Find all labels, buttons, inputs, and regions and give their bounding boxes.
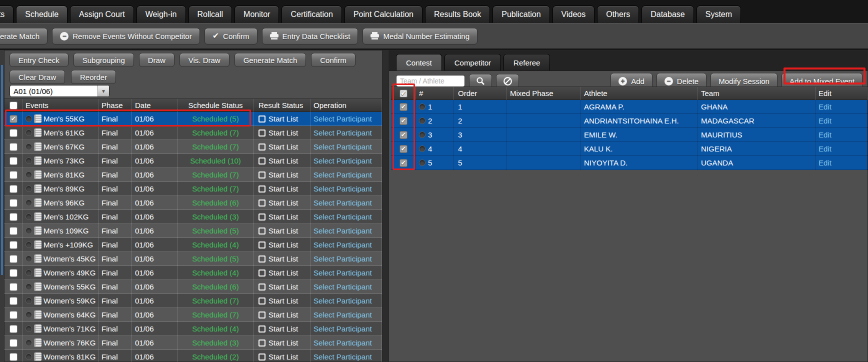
start-list-checkbox[interactable] [258, 312, 266, 318]
toolbar-button[interactable]: Entry Data Checklist [262, 28, 358, 44]
event-row[interactable]: Men's 89KG Final 01/06 Scheduled (7) Sta… [4, 182, 382, 196]
start-list-checkbox[interactable] [258, 284, 266, 290]
edit-link[interactable]: Edit [818, 130, 832, 139]
select-participant-link[interactable]: Select Participant [314, 128, 372, 137]
event-row[interactable]: Men's 55KG Final 01/06 Scheduled (5) Sta… [4, 112, 382, 126]
event-row-checkbox[interactable] [10, 199, 18, 207]
menu-tab[interactable]: Database [642, 6, 694, 23]
event-row[interactable]: Men's 73KG Final 01/06 Scheduled (10) St… [4, 154, 382, 168]
event-row[interactable]: Men's 81KG Final 01/06 Scheduled (7) Sta… [4, 168, 382, 182]
select-participant-link[interactable]: Select Participant [314, 156, 372, 165]
event-row[interactable]: Women's 59KG Final 01/06 Scheduled (7) S… [4, 294, 382, 308]
contest-row-checkbox[interactable] [400, 131, 408, 139]
left-panel-action-button[interactable]: Reorder [71, 70, 116, 84]
left-panel-tab-button[interactable]: Subgrouping [74, 53, 134, 67]
contest-row-checkbox[interactable] [400, 145, 408, 153]
event-row-checkbox[interactable] [10, 129, 18, 137]
chevron-down-icon[interactable]: ▼ [98, 86, 109, 96]
select-participant-link[interactable]: Select Participant [314, 282, 372, 291]
contest-row[interactable]: 5 5 NIYOYITA D. UGANDA Edit [391, 156, 868, 170]
select-participant-link[interactable]: Select Participant [314, 310, 372, 319]
event-row-checkbox[interactable] [10, 213, 18, 221]
select-participant-link[interactable]: Select Participant [314, 352, 372, 361]
event-row[interactable]: Women's 49KG Final 01/06 Scheduled (4) S… [4, 266, 382, 280]
right-panel-tab[interactable]: Contest [396, 54, 442, 70]
contest-row[interactable]: 4 4 KALU K. NIGERIA Edit [391, 142, 868, 156]
event-row-checkbox[interactable] [10, 339, 18, 347]
event-row-checkbox[interactable] [10, 311, 18, 319]
left-panel-tab-button[interactable]: Draw [139, 53, 174, 67]
menu-tab[interactable]: Weigh-in [136, 6, 186, 23]
select-all-contest-checkbox[interactable] [400, 90, 408, 98]
event-row-checkbox[interactable] [10, 157, 18, 165]
team-athlete-search-input[interactable] [396, 75, 465, 87]
event-row[interactable]: Men's 102KG Final 01/06 Scheduled (3) St… [4, 210, 382, 224]
right-panel-tab[interactable]: Referee [504, 54, 550, 70]
edit-link[interactable]: Edit [818, 158, 832, 167]
start-list-checkbox[interactable] [258, 172, 266, 178]
start-list-checkbox[interactable] [258, 354, 266, 360]
select-participant-link[interactable]: Select Participant [314, 240, 372, 249]
event-row[interactable]: Men's 109KG Final 01/06 Scheduled (5) St… [4, 224, 382, 238]
select-participant-link[interactable]: Select Participant [314, 114, 372, 123]
select-participant-link[interactable]: Select Participant [314, 338, 372, 347]
session-select[interactable]: A01 (01/06) ▼ [10, 85, 110, 97]
start-list-checkbox[interactable] [258, 130, 266, 136]
event-row-checkbox[interactable] [10, 241, 18, 249]
left-panel-tab-button[interactable]: Vis. Draw [180, 53, 230, 67]
event-row[interactable]: Women's 55KG Final 01/06 Scheduled (6) S… [4, 280, 382, 294]
select-participant-link[interactable]: Select Participant [314, 142, 372, 151]
start-list-checkbox[interactable] [258, 298, 266, 304]
select-participant-link[interactable]: Select Participant [314, 212, 372, 221]
left-panel-action-button[interactable]: Clear Draw [10, 70, 65, 84]
start-list-checkbox[interactable] [258, 242, 266, 248]
menu-tab[interactable]: Videos [552, 6, 595, 23]
edit-link[interactable]: Edit [818, 102, 832, 111]
contest-row[interactable]: 2 2 ANDRIANTSITOHAINA E.H. MADAGASCAR Ed… [391, 114, 868, 128]
menu-tab[interactable]: Results Book [425, 6, 490, 23]
event-row-checkbox[interactable] [10, 171, 18, 179]
menu-tab[interactable]: Others [597, 6, 639, 23]
menu-tab[interactable]: Point Calculation [344, 6, 422, 23]
start-list-checkbox[interactable] [258, 256, 266, 262]
start-list-checkbox[interactable] [258, 326, 266, 332]
menu-tab[interactable]: Rollcall [188, 6, 232, 23]
left-panel-tab-button[interactable]: Confirm [311, 53, 356, 67]
select-participant-link[interactable]: Select Participant [314, 254, 372, 263]
start-list-checkbox[interactable] [258, 228, 266, 234]
event-row-checkbox[interactable] [10, 143, 18, 151]
select-all-checkbox[interactable] [10, 102, 18, 110]
select-participant-link[interactable]: Select Participant [314, 226, 372, 235]
event-row-checkbox[interactable] [10, 297, 18, 305]
left-panel-tab-button[interactable]: Entry Check [10, 53, 68, 67]
start-list-checkbox[interactable] [258, 270, 266, 276]
left-panel-tab-button[interactable]: Generate Match [234, 53, 306, 67]
scrollbar-thumb[interactable] [1, 65, 3, 275]
event-row-checkbox[interactable] [10, 185, 18, 193]
event-row[interactable]: Men's 67KG Final 01/06 Scheduled (7) Sta… [4, 140, 382, 154]
select-participant-link[interactable]: Select Participant [314, 268, 372, 277]
contest-row[interactable]: 1 1 AGRAMA P. GHANA Edit [391, 100, 868, 114]
left-scrollbar[interactable] [0, 50, 4, 362]
start-list-checkbox[interactable] [258, 186, 266, 192]
event-row[interactable]: Women's 81KG Final 01/06 Scheduled (2) S… [4, 350, 382, 362]
toolbar-button[interactable]: erate Match [0, 28, 48, 44]
menu-tab[interactable]: nts [0, 6, 14, 23]
start-list-checkbox[interactable] [258, 116, 266, 122]
event-row[interactable]: Men's 96KG Final 01/06 Scheduled (6) Sta… [4, 196, 382, 210]
event-row-checkbox[interactable] [10, 269, 18, 277]
right-panel-tab[interactable]: Competitor [444, 54, 501, 70]
select-participant-link[interactable]: Select Participant [314, 198, 372, 207]
event-row[interactable]: Men's 61KG Final 01/06 Scheduled (7) Sta… [4, 126, 382, 140]
toolbar-button[interactable]: Medal Number Estimating [362, 28, 478, 44]
event-row-checkbox[interactable] [10, 255, 18, 263]
menu-tab[interactable]: Publication [492, 6, 550, 23]
event-row-checkbox[interactable] [10, 353, 18, 361]
start-list-checkbox[interactable] [258, 158, 266, 164]
start-list-checkbox[interactable] [258, 340, 266, 346]
start-list-checkbox[interactable] [258, 200, 266, 206]
menu-tab[interactable]: Monitor [234, 6, 279, 23]
contest-row-checkbox[interactable] [400, 103, 408, 111]
menu-tab[interactable]: Certification [282, 6, 342, 23]
start-list-checkbox[interactable] [258, 214, 266, 220]
